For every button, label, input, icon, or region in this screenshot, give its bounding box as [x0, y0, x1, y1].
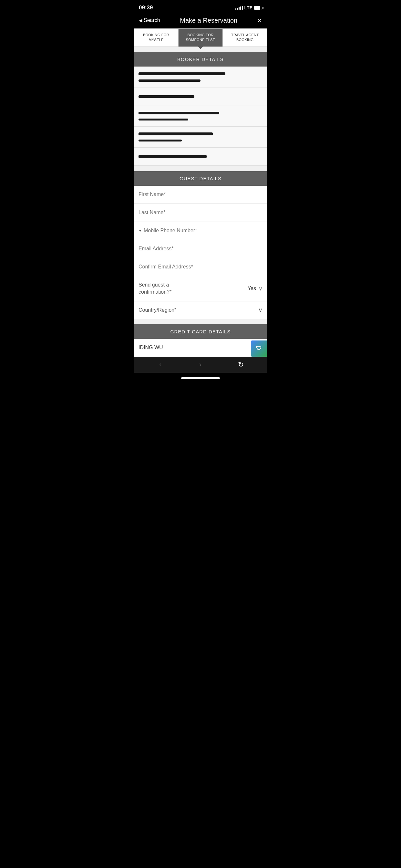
- send-confirmation-field[interactable]: Send guest aconfirmation?* Yes ∨: [134, 276, 267, 301]
- first-name-field[interactable]: [134, 186, 267, 204]
- booker-field-2: [134, 88, 267, 106]
- back-chevron-icon: ◀: [139, 18, 142, 23]
- phone-dropdown-arrow-icon: ▼: [138, 229, 142, 232]
- redacted-content: [138, 155, 207, 158]
- booker-field-3: [134, 106, 267, 127]
- back-nav-button[interactable]: ‹: [153, 358, 167, 372]
- redacted-content: [138, 132, 213, 135]
- booker-details-section: [134, 66, 267, 166]
- status-bar: 09:39 LTE: [134, 0, 267, 14]
- page-title: Make a Reservation: [180, 17, 237, 24]
- tab-bar: BOOKING FORMYSELF BOOKING FORSOMEONE ELS…: [134, 28, 267, 47]
- booker-field-1: [134, 66, 267, 88]
- guest-details-section: ▼ Send guest aconfirmation?* Yes ∨ Coun: [134, 186, 267, 319]
- lte-label: LTE: [244, 5, 253, 10]
- phone-input[interactable]: [144, 228, 263, 234]
- email-input[interactable]: [138, 246, 263, 252]
- close-button[interactable]: ×: [257, 16, 262, 25]
- tab-booking-someone-else[interactable]: BOOKING FORSOMEONE ELSE: [178, 29, 223, 46]
- country-region-field[interactable]: Country/Region* ∨: [134, 301, 267, 319]
- credit-card-name-text: IDING WU: [138, 345, 163, 350]
- send-confirmation-dropdown-icon: ∨: [259, 285, 263, 292]
- last-name-input[interactable]: [138, 210, 263, 215]
- signal-bars-icon: [235, 6, 243, 10]
- guest-details-header: GUEST DETAILS: [134, 171, 267, 186]
- booker-field-5: [134, 148, 267, 166]
- main-content: BOOKING FORMYSELF BOOKING FORSOMEONE ELS…: [134, 28, 267, 357]
- last-name-field[interactable]: [134, 204, 267, 222]
- status-time: 09:39: [139, 4, 153, 11]
- tab-travel-agent[interactable]: TRAVEL AGENTBOOKING: [223, 29, 267, 46]
- booker-field-4: [134, 127, 267, 148]
- send-confirmation-label: Send guest aconfirmation?*: [138, 281, 248, 296]
- send-confirmation-value[interactable]: Yes ∨: [248, 285, 263, 292]
- battery-icon: [254, 6, 262, 10]
- phone-field[interactable]: ▼: [134, 222, 267, 240]
- redacted-content: [138, 72, 225, 75]
- redacted-content: [138, 112, 219, 114]
- credit-card-partial-row[interactable]: IDING WU 🛡: [134, 339, 267, 357]
- redacted-content: [138, 80, 201, 82]
- email-field[interactable]: [134, 240, 267, 258]
- tab-booking-myself[interactable]: BOOKING FORMYSELF: [134, 29, 178, 46]
- phone-country-selector[interactable]: ▼: [138, 229, 142, 232]
- recaptcha-badge: 🛡: [251, 340, 267, 356]
- country-region-dropdown-icon: ∨: [258, 307, 263, 314]
- redacted-content: [138, 95, 194, 98]
- send-confirmation-current-value: Yes: [248, 285, 256, 291]
- bottom-nav-bar: ‹ › ↻: [134, 357, 267, 373]
- status-icons: LTE: [235, 5, 262, 10]
- forward-nav-button[interactable]: ›: [193, 358, 208, 372]
- back-label: Search: [144, 18, 160, 23]
- country-region-label: Country/Region*: [138, 307, 176, 313]
- confirm-email-field[interactable]: [134, 258, 267, 276]
- nav-bar: ◀ Search Make a Reservation ×: [134, 14, 267, 28]
- first-name-input[interactable]: [138, 192, 263, 197]
- redacted-content: [138, 140, 182, 142]
- confirm-email-input[interactable]: [138, 264, 263, 270]
- credit-card-header: CREDIT CARD DETAILS: [134, 324, 267, 339]
- credit-card-section: CREDIT CARD DETAILS IDING WU 🛡: [134, 324, 267, 357]
- reload-nav-button[interactable]: ↻: [234, 358, 248, 372]
- booker-details-header: BOOKER DETAILS: [134, 52, 267, 66]
- home-indicator: [134, 373, 267, 384]
- redacted-content: [138, 119, 188, 121]
- credit-card-name: IDING WU: [138, 345, 163, 350]
- home-indicator-bar: [181, 377, 220, 379]
- back-button[interactable]: ◀ Search: [139, 18, 160, 23]
